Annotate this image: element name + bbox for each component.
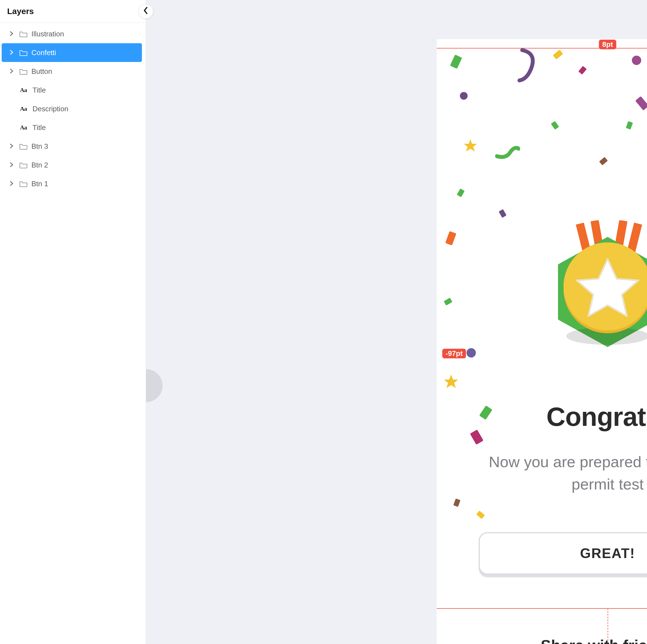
layer-label: Title (31, 86, 46, 94)
confetti-dot (632, 56, 641, 65)
layer-label: Btn 3 (31, 142, 48, 151)
congrats-description: Now you are prepared to take your permit… (470, 451, 647, 495)
layers-header: Layers (0, 0, 146, 23)
chevron-right-icon (8, 30, 15, 38)
layer-label: Btn 1 (31, 180, 48, 188)
layer-label: Title (31, 124, 46, 132)
confetti-star (443, 374, 459, 391)
distance-badge-left: -97pt (442, 349, 466, 358)
layer-item-title-2[interactable]: Aa Title (2, 118, 142, 137)
layer-item-illustration[interactable]: Illustration (2, 24, 142, 43)
great-button-label: GREAT! (580, 545, 635, 561)
medal-illustration (539, 220, 647, 358)
confetti-piece (499, 209, 507, 218)
text-icon: Aa (19, 86, 27, 94)
confetti-streamer (517, 48, 542, 83)
folder-icon (19, 180, 27, 187)
folder-icon (19, 68, 27, 75)
confetti-piece (476, 511, 485, 519)
layers-title: Layers (7, 7, 34, 16)
folder-icon (19, 143, 27, 150)
layer-item-button[interactable]: Button (2, 62, 142, 81)
folder-icon (19, 30, 27, 37)
confetti-piece (444, 298, 452, 306)
distance-guide-bottom (437, 608, 647, 609)
confetti-dot (460, 92, 468, 100)
layer-item-confetti[interactable]: Confetti (2, 43, 142, 62)
confetti-piece (551, 121, 559, 130)
confetti-piece (578, 66, 587, 74)
chevron-left-icon (143, 7, 148, 16)
confetti-piece (599, 157, 607, 166)
layers-panel: Layers Illustration (0, 0, 146, 644)
folder-icon (19, 49, 27, 56)
layer-label: Description (31, 105, 68, 113)
confetti-piece (626, 121, 633, 130)
collapse-panel-button[interactable] (138, 4, 153, 19)
measure-dot (466, 348, 476, 357)
text-icon: Aa (19, 105, 27, 112)
artboard[interactable]: 8pt -97pt (437, 39, 647, 644)
confetti-piece (635, 96, 647, 110)
layers-list: Illustration Confetti Button (0, 23, 146, 195)
confetti-piece (445, 231, 456, 245)
layer-item-title-1[interactable]: Aa Title (2, 81, 142, 99)
confetti-streamer (495, 144, 520, 160)
distance-badge-top: 8pt (599, 40, 617, 49)
layer-item-description[interactable]: Aa Description (2, 99, 142, 118)
layer-item-btn-2[interactable]: Btn 2 (2, 156, 142, 174)
app-root: Layers Illustration (0, 0, 647, 644)
confetti-piece (450, 55, 462, 69)
text-icon: Aa (19, 124, 27, 131)
congrats-title: Congrats! (437, 402, 647, 432)
great-button[interactable]: GREAT! (479, 532, 647, 575)
chevron-right-icon (8, 49, 15, 57)
offscreen-shape (146, 369, 162, 402)
canvas-viewport: 8pt -97pt (146, 0, 647, 644)
confetti-piece (453, 498, 460, 507)
layer-label: Button (31, 67, 52, 76)
chevron-right-icon (8, 161, 15, 169)
chevron-right-icon (8, 67, 15, 76)
layer-label: Btn 2 (31, 161, 48, 169)
layer-label: Illustration (31, 30, 64, 38)
confetti-piece (553, 50, 563, 60)
layer-item-btn-1[interactable]: Btn 1 (2, 174, 142, 193)
chevron-right-icon (8, 142, 15, 151)
design-canvas[interactable]: 8pt -97pt (146, 0, 647, 644)
chevron-right-icon (8, 180, 15, 188)
confetti-star (463, 138, 478, 155)
layer-item-btn-3[interactable]: Btn 3 (2, 137, 142, 156)
confetti-piece (457, 188, 465, 197)
share-title: Share with friends (437, 636, 647, 644)
folder-icon (19, 162, 27, 168)
layer-label: Confetti (31, 49, 56, 57)
